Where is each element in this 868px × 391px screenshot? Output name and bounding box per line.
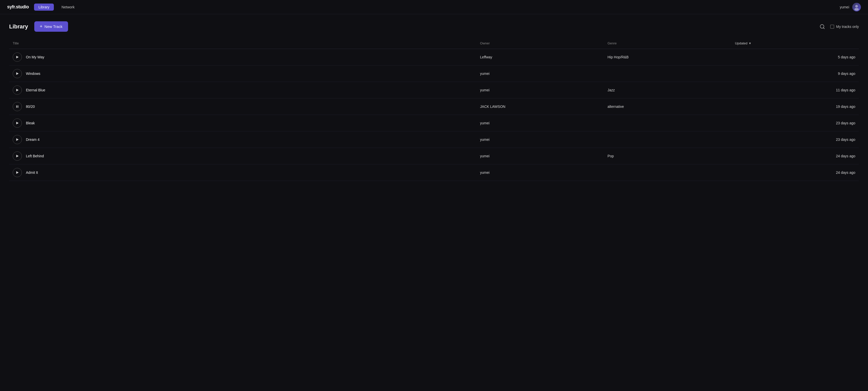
- play-button[interactable]: [13, 69, 22, 78]
- pause-button[interactable]: [13, 102, 22, 111]
- track-updated-cell: 5 days ago: [732, 49, 859, 65]
- track-owner-cell: JACK LAWSON: [476, 98, 604, 115]
- track-genre-cell: [604, 65, 732, 82]
- track-row-title: Bleak: [13, 119, 473, 128]
- play-button[interactable]: [13, 135, 22, 144]
- play-button[interactable]: [13, 86, 22, 95]
- track-owner-cell: yumei: [476, 131, 604, 148]
- track-row-title: On My Way: [13, 53, 473, 62]
- track-title-cell: Windows: [9, 65, 476, 82]
- svg-marker-11: [16, 155, 19, 158]
- track-genre-cell: Jazz: [604, 82, 732, 98]
- track-updated-cell: 24 days ago: [732, 148, 859, 164]
- library-nav-button[interactable]: Library: [34, 4, 54, 11]
- track-owner-cell: yumei: [476, 148, 604, 164]
- my-tracks-filter[interactable]: My tracks only: [830, 25, 859, 29]
- svg-rect-8: [18, 105, 18, 107]
- svg-marker-12: [16, 171, 19, 174]
- library-header: Library + New Track My tracks only: [9, 21, 859, 32]
- track-title-cell: Eternal Blue: [9, 82, 476, 98]
- svg-line-3: [823, 28, 824, 29]
- svg-point-1: [854, 8, 859, 11]
- user-name: yumei: [840, 5, 849, 9]
- track-genre-cell: [604, 131, 732, 148]
- svg-marker-5: [16, 72, 19, 75]
- col-header-title: Title: [9, 39, 476, 49]
- library-header-right: My tracks only: [819, 24, 859, 29]
- track-row-title: Left Behind: [13, 152, 473, 161]
- track-genre-cell: Pop: [604, 148, 732, 164]
- svg-marker-4: [16, 56, 19, 59]
- col-header-owner: Owner: [476, 39, 604, 49]
- track-title-cell: On My Way: [9, 49, 476, 65]
- track-name: Windows: [26, 71, 40, 76]
- table-header-row: Title Owner Genre Updated ▼: [9, 39, 859, 49]
- play-button[interactable]: [13, 152, 22, 161]
- col-header-genre: Genre: [604, 39, 732, 49]
- library-title: Library: [9, 23, 28, 30]
- track-row-title: Windows: [13, 69, 473, 78]
- table-header: Title Owner Genre Updated ▼: [9, 39, 859, 49]
- table-row: Eternal Blue yumei Jazz 11 days ago: [9, 82, 859, 98]
- tracks-table: Title Owner Genre Updated ▼: [9, 39, 859, 181]
- my-tracks-label-text: My tracks only: [836, 25, 859, 29]
- network-nav-button[interactable]: Network: [59, 4, 77, 11]
- track-title-cell: Bleak: [9, 115, 476, 131]
- table-row: 80/20 JACK LAWSON alternative 19 days ag…: [9, 98, 859, 115]
- search-button[interactable]: [819, 24, 825, 29]
- track-name: Left Behind: [26, 154, 44, 158]
- plus-icon: +: [40, 24, 43, 29]
- track-updated-cell: 19 days ago: [732, 98, 859, 115]
- track-name: On My Way: [26, 55, 44, 59]
- search-icon: [819, 24, 825, 29]
- svg-rect-7: [16, 105, 17, 107]
- play-button[interactable]: [13, 168, 22, 177]
- track-row-title: Eternal Blue: [13, 86, 473, 95]
- track-title-cell: Dream 4: [9, 131, 476, 148]
- track-title-cell: Admit It: [9, 164, 476, 181]
- new-track-label: New Track: [44, 24, 62, 29]
- track-row-title: Dream 4: [13, 135, 473, 144]
- table-row: On My Way Leffway Hip Hop/R&B 5 days ago: [9, 49, 859, 65]
- table-row: Windows yumei 9 days ago: [9, 65, 859, 82]
- table-row: Admit It yumei 24 days ago: [9, 164, 859, 181]
- track-updated-cell: 23 days ago: [732, 131, 859, 148]
- library-header-left: Library + New Track: [9, 21, 68, 32]
- svg-marker-9: [16, 122, 19, 125]
- navbar-left: syfr.studio Library Network: [7, 4, 77, 11]
- track-title-cell: 80/20: [9, 98, 476, 115]
- svg-marker-10: [16, 138, 19, 141]
- my-tracks-checkbox[interactable]: [830, 25, 834, 29]
- updated-label: Updated: [735, 41, 747, 45]
- track-owner-cell: yumei: [476, 65, 604, 82]
- track-owner-cell: Leffway: [476, 49, 604, 65]
- track-owner-cell: yumei: [476, 164, 604, 181]
- track-updated-cell: 24 days ago: [732, 164, 859, 181]
- table-row: Bleak yumei 23 days ago: [9, 115, 859, 131]
- play-button[interactable]: [13, 53, 22, 62]
- track-updated-cell: 9 days ago: [732, 65, 859, 82]
- col-header-updated[interactable]: Updated ▼: [732, 39, 859, 49]
- track-genre-cell: Hip Hop/R&B: [604, 49, 732, 65]
- navbar: syfr.studio Library Network yumei: [0, 0, 868, 14]
- avatar[interactable]: [852, 3, 861, 11]
- track-owner-cell: yumei: [476, 82, 604, 98]
- svg-marker-6: [16, 89, 19, 92]
- track-name: Eternal Blue: [26, 88, 45, 92]
- new-track-button[interactable]: + New Track: [34, 21, 68, 32]
- table-row: Dream 4 yumei 23 days ago: [9, 131, 859, 148]
- track-title-cell: Left Behind: [9, 148, 476, 164]
- track-updated-cell: 11 days ago: [732, 82, 859, 98]
- tracks-list: On My Way Leffway Hip Hop/R&B 5 days ago…: [9, 49, 859, 181]
- logo: syfr.studio: [7, 4, 29, 10]
- play-button[interactable]: [13, 119, 22, 128]
- track-name: 80/20: [26, 104, 35, 108]
- track-name: Dream 4: [26, 137, 40, 141]
- track-row-title: 80/20: [13, 102, 473, 111]
- track-name: Admit It: [26, 170, 38, 174]
- track-updated-cell: 23 days ago: [732, 115, 859, 131]
- track-name: Bleak: [26, 121, 35, 125]
- track-genre-cell: [604, 164, 732, 181]
- track-owner-cell: yumei: [476, 115, 604, 131]
- sort-icon: ▼: [748, 42, 751, 45]
